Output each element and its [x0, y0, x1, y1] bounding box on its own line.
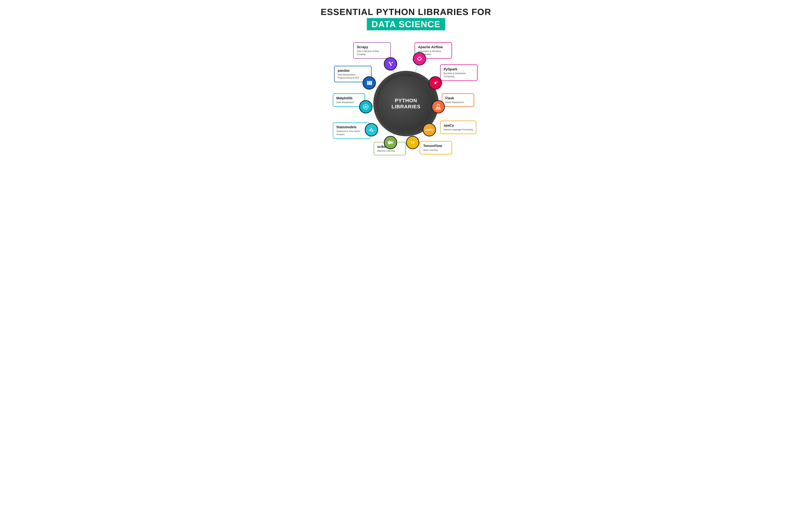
matplotlib-name: Matplotlib [336, 96, 361, 100]
icon-statsmodels [365, 123, 378, 136]
svg-text:✦: ✦ [436, 81, 438, 83]
pyspark-desc: Big Data & Distributed Computing [444, 72, 474, 78]
svg-rect-10 [388, 61, 392, 66]
svg-rect-36 [369, 81, 370, 85]
flask-desc: Model Deployment [445, 101, 471, 104]
icon-airflow [413, 52, 426, 65]
center-text: PYTHONLIBRARIES [391, 98, 421, 110]
tensorflow-icon: TF [409, 139, 417, 146]
icon-sklearn [384, 136, 397, 149]
card-pyspark: PySpark Big Data & Distributed Computing [440, 64, 478, 81]
icon-scrapy [384, 57, 397, 70]
scrapy-desc: Data Collection & Web Scraping [357, 50, 387, 56]
card-statsmodels: Statsmodels Statistical & Time Series An… [333, 122, 370, 139]
center-circle: PYTHONLIBRARIES [379, 76, 433, 131]
scrapy-name: Scrapy [357, 45, 387, 49]
svg-text:TF: TF [411, 141, 415, 145]
statsmodels-icon [368, 126, 375, 134]
pandas-name: pandas [338, 69, 368, 72]
card-flask: Flask Model Deployment [442, 93, 474, 107]
sklearn-desc: Machine Learning [377, 149, 402, 152]
matplotlib-desc: Data Visualization [336, 101, 361, 104]
icon-flask [432, 100, 445, 114]
svg-line-25 [371, 129, 373, 131]
title-line2: DATA SCIENCE [367, 18, 445, 30]
card-tensorflow: TensorFlow Deep Learning [420, 141, 452, 155]
flask-name: Flask [445, 96, 471, 100]
airflow-icon [416, 55, 423, 62]
svg-line-24 [370, 129, 371, 130]
card-scrapy: Scrapy Data Collection & Web Scraping [353, 42, 391, 59]
pandas-desc: Data Manipulation, Preprocessing & EDA [338, 73, 368, 79]
sklearn-icon [387, 139, 394, 146]
airflow-name: Apache Airflow [418, 45, 449, 49]
matplotlib-icon [362, 103, 369, 111]
flask-icon [435, 103, 442, 111]
spacy-name: spaCy [444, 124, 473, 127]
svg-point-11 [391, 62, 393, 63]
icon-pandas [362, 76, 376, 90]
spacy-desc: Natural Language Processing [444, 128, 473, 131]
scrapy-icon [387, 60, 394, 67]
svg-line-29 [366, 106, 368, 107]
title-line1: ESSENTIAL PYTHON LIBRARIES FOR [321, 7, 491, 17]
icon-tensorflow: TF [406, 136, 419, 149]
pyspark-icon: ★ ✦ [432, 79, 439, 87]
svg-rect-37 [370, 81, 372, 85]
spacy-text: spaCy [425, 128, 434, 131]
svg-line-34 [364, 106, 366, 107]
svg-rect-35 [367, 81, 368, 85]
card-spacy: spaCy Natural Language Processing [440, 121, 476, 134]
icon-pyspark: ★ ✦ [429, 76, 442, 90]
statsmodels-name: Statsmodels [336, 125, 367, 129]
tensorflow-name: TensorFlow [423, 144, 449, 148]
pandas-icon [365, 79, 373, 87]
statsmodels-desc: Statistical & Time Series Analysis [336, 130, 367, 136]
icon-spacy: spaCy [423, 123, 436, 136]
diagram: PYTHONLIBRARIES ★ ✦ spaCy [329, 37, 483, 170]
icon-matplotlib [359, 100, 372, 114]
tensorflow-desc: Deep Learning [423, 149, 449, 152]
page-title: ESSENTIAL PYTHON LIBRARIES FOR DATA SCIE… [321, 7, 491, 37]
svg-point-19 [390, 141, 393, 144]
pyspark-name: PySpark [444, 67, 474, 71]
